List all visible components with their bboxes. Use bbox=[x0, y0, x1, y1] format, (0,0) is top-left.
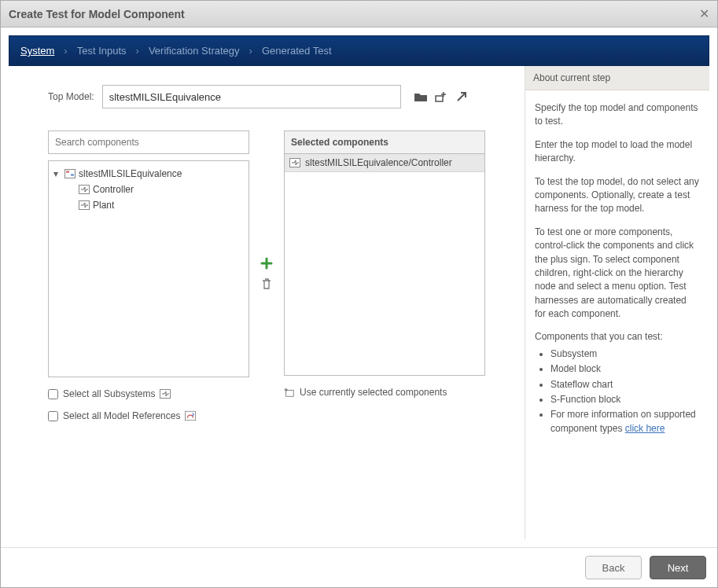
about-bullet: Subsystem bbox=[550, 347, 700, 361]
search-components-input[interactable] bbox=[48, 130, 249, 154]
about-panel: About current step Specify the top model… bbox=[525, 66, 709, 539]
select-all-modelrefs-row[interactable]: Select all Model References bbox=[48, 410, 249, 421]
svg-rect-9 bbox=[286, 390, 294, 396]
breadcrumb-step-generated-test[interactable]: Generated Test bbox=[262, 45, 332, 57]
svg-rect-7 bbox=[186, 411, 196, 420]
add-from-current-icon[interactable] bbox=[434, 90, 448, 103]
subsystem-block-icon bbox=[79, 185, 90, 194]
about-paragraph: Specify the top model and components to … bbox=[535, 101, 700, 129]
select-all-modelrefs-checkbox[interactable] bbox=[48, 411, 58, 421]
tree-node-label: sltestMILSILEquivalence bbox=[79, 168, 182, 179]
model-reference-icon bbox=[185, 411, 196, 421]
select-all-modelrefs-label: Select all Model References bbox=[63, 410, 180, 421]
select-all-subsystems-checkbox[interactable] bbox=[48, 389, 58, 399]
about-paragraph: Enter the top model to load the model hi… bbox=[535, 138, 700, 166]
chevron-right-icon: › bbox=[64, 45, 67, 57]
svg-rect-3 bbox=[71, 174, 74, 176]
chevron-right-icon: › bbox=[249, 45, 252, 57]
about-list-intro: Components that you can test: bbox=[535, 330, 700, 344]
tree-child-node[interactable]: Plant bbox=[52, 197, 245, 213]
breadcrumb-step-system[interactable]: System bbox=[20, 45, 54, 57]
breadcrumb-step-test-inputs[interactable]: Test Inputs bbox=[77, 45, 127, 57]
tree-child-node[interactable]: Controller bbox=[52, 182, 245, 197]
selected-components-header: Selected components bbox=[284, 130, 485, 154]
select-all-subsystems-row[interactable]: Select all Subsystems bbox=[48, 388, 249, 399]
use-currently-selected-label: Use currently selected components bbox=[300, 387, 447, 398]
dialog-window: Create Test for Model Component ✕ System… bbox=[0, 0, 718, 588]
more-info-link[interactable]: click here bbox=[625, 423, 665, 434]
titlebar: Create Test for Model Component ✕ bbox=[1, 1, 717, 28]
content-area: System › Test Inputs › Verification Stra… bbox=[1, 28, 717, 547]
about-bullet-list: Subsystem Model block Stateflow chart S-… bbox=[535, 347, 700, 435]
browse-folder-icon[interactable] bbox=[414, 90, 428, 103]
use-currently-selected-button[interactable]: Use currently selected components bbox=[284, 387, 485, 398]
footer: Back Next bbox=[1, 547, 717, 587]
top-model-row: Top Model: bbox=[48, 85, 485, 108]
tree-node-label: Controller bbox=[93, 184, 134, 195]
about-paragraph: To test one or more components, control-… bbox=[535, 226, 700, 322]
body-row: Top Model: bbox=[9, 66, 709, 539]
breadcrumb-step-verification[interactable]: Verification Strategy bbox=[149, 45, 240, 57]
select-all-subsystems-label: Select all Subsystems bbox=[63, 388, 155, 399]
component-columns: ▾ sltestMILSILEquivalence bbox=[48, 130, 485, 421]
remove-component-button[interactable] bbox=[260, 277, 274, 291]
tree-root-node[interactable]: ▾ sltestMILSILEquivalence bbox=[52, 166, 245, 182]
selected-item[interactable]: sltestMILSILEquivalence/Controller bbox=[285, 154, 484, 172]
top-model-input[interactable] bbox=[102, 85, 401, 108]
about-paragraph: To test the top model, do not select any… bbox=[535, 175, 700, 216]
svg-rect-2 bbox=[66, 171, 69, 173]
transfer-buttons bbox=[256, 130, 278, 291]
open-external-icon[interactable] bbox=[455, 90, 469, 103]
window-title: Create Test for Model Component bbox=[9, 8, 185, 20]
about-bullet: Model block bbox=[550, 362, 700, 376]
svg-rect-0 bbox=[436, 96, 443, 101]
add-selection-icon bbox=[284, 388, 295, 397]
selected-column: Selected components sltestMILSILEquivale… bbox=[284, 130, 485, 398]
component-tree[interactable]: ▾ sltestMILSILEquivalence bbox=[48, 160, 249, 377]
tree-node-label: Plant bbox=[93, 200, 114, 211]
left-panel: Top Model: bbox=[9, 66, 525, 539]
back-button[interactable]: Back bbox=[585, 556, 642, 579]
chevron-right-icon: › bbox=[136, 45, 139, 57]
subsystem-block-icon bbox=[160, 389, 171, 399]
model-block-icon bbox=[64, 169, 75, 178]
top-model-toolbar bbox=[414, 90, 469, 103]
top-model-label: Top Model: bbox=[48, 91, 94, 102]
close-icon[interactable]: ✕ bbox=[699, 6, 709, 21]
about-body: Specify the top model and components to … bbox=[525, 90, 709, 448]
selected-item-label: sltestMILSILEquivalence/Controller bbox=[305, 157, 452, 168]
selected-components-list[interactable]: sltestMILSILEquivalence/Controller bbox=[284, 153, 485, 376]
subsystem-block-icon bbox=[289, 158, 300, 167]
tree-collapse-icon[interactable]: ▾ bbox=[53, 168, 61, 179]
breadcrumb: System › Test Inputs › Verification Stra… bbox=[9, 35, 709, 66]
about-bullet: Stateflow chart bbox=[550, 378, 700, 391]
about-header: About current step bbox=[525, 66, 709, 90]
about-bullet-more-info: For more information on supported compon… bbox=[550, 408, 700, 435]
about-bullet: S-Function block bbox=[550, 393, 700, 406]
subsystem-block-icon bbox=[79, 200, 90, 210]
next-button[interactable]: Next bbox=[650, 556, 706, 579]
add-component-button[interactable] bbox=[260, 256, 274, 270]
available-column: ▾ sltestMILSILEquivalence bbox=[48, 130, 249, 421]
